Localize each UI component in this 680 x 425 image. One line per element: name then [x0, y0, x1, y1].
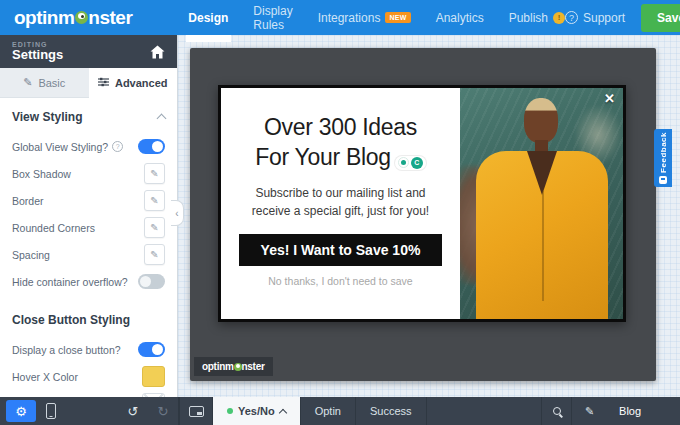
home-icon[interactable] [150, 45, 165, 59]
row-border: Border ✎ [0, 187, 177, 214]
sidebar-body: View Styling Global View Styling?? Box S… [0, 98, 177, 397]
display-close-button-toggle[interactable] [138, 342, 165, 357]
toolbar-empty-area [427, 397, 542, 425]
optinmonster-watermark: optinmnster [194, 357, 273, 376]
popup-preview[interactable]: Over 300 Ideas For Your BlogC Subscribe … [218, 85, 626, 322]
hide-overflow-toggle[interactable] [138, 274, 165, 289]
feedback-icon [659, 176, 667, 184]
popup-content: Over 300 Ideas For Your BlogC Subscribe … [221, 88, 460, 319]
help-icon[interactable]: ? [112, 141, 123, 152]
sidebar-title: Settings [12, 48, 63, 62]
preview-canvas: Over 300 Ideas For Your BlogC Subscribe … [178, 35, 680, 397]
nav-menu: Design Display Rules IntegrationsNEW Ana… [188, 4, 565, 32]
feedback-tab[interactable]: Feedback [654, 129, 672, 187]
nav-item-design[interactable]: Design [188, 11, 228, 25]
sidebar-tabs: ✎ Basic Advanced [0, 68, 177, 98]
pencil-icon: ✎ [23, 76, 32, 89]
question-icon: ? [565, 11, 578, 24]
active-view-dot [227, 408, 233, 414]
view-tab-success[interactable]: Success [356, 397, 427, 425]
row-hover-x-color: Hover X Color [0, 363, 177, 390]
popup-photo[interactable] [460, 88, 623, 319]
popup-close-icon[interactable]: ✕ [604, 91, 615, 106]
undo-button[interactable]: ↺ [118, 397, 148, 425]
publish-alert-badge: ! [553, 12, 565, 24]
row-global-view-styling: Global View Styling?? [0, 133, 177, 160]
nav-item-display-rules[interactable]: Display Rules [253, 4, 292, 32]
popup-body-text[interactable]: Subscribe to our mailing list and receiv… [252, 184, 429, 221]
row-box-shadow: Box Shadow ✎ [0, 160, 177, 187]
person-in-yellow-blazer [460, 88, 623, 319]
bottom-toolbar: ⚙ ↺ ↻ Yes/No Optin Success ✎ Blog [0, 397, 680, 425]
section-close-button-styling[interactable]: Close Button Styling [0, 301, 177, 336]
top-navbar: optinmnster Design Display Rules Integra… [0, 0, 680, 35]
hover-x-color-swatch[interactable] [142, 366, 165, 387]
phone-icon [46, 403, 56, 419]
chevron-up-icon [157, 114, 167, 124]
row-hide-overflow: Hide container overflow? [0, 268, 177, 295]
settings-sidebar: EDITING Settings ✎ Basic Advanced View S… [0, 35, 178, 397]
popup-dismiss-link[interactable]: No thanks, I don't need to save [268, 275, 412, 287]
views-icon [189, 406, 204, 417]
campaign-name-button[interactable]: ✎ Blog [572, 397, 680, 425]
logo-text-prefix: optinm [14, 7, 74, 29]
rounded-corners-edit-button[interactable]: ✎ [144, 217, 165, 238]
row-hover-bg-color: Hover Background Color [0, 390, 177, 397]
search-button[interactable] [542, 397, 572, 425]
monster-icon-small [234, 363, 242, 371]
popup-headline[interactable]: Over 300 Ideas For Your BlogC [255, 112, 425, 173]
bulb-icon [398, 157, 409, 168]
optinmonster-logo[interactable]: optinmnster [14, 7, 132, 29]
save-button[interactable]: Save [641, 4, 680, 32]
support-link[interactable]: ?Support [565, 11, 625, 25]
row-display-close-button: Display a close button? [0, 336, 177, 363]
monster-icon [75, 11, 88, 24]
spacing-edit-button[interactable]: ✎ [144, 244, 165, 265]
new-badge: NEW [385, 12, 410, 23]
view-tab-yesno[interactable]: Yes/No [213, 397, 301, 425]
sidebar-header: EDITING Settings [0, 35, 177, 68]
nav-right-group: ?Support Save ✕ [565, 4, 680, 32]
sidebar-collapse-handle[interactable]: ‹ [171, 200, 184, 226]
views-toggle-button[interactable] [179, 397, 213, 425]
sliders-icon [98, 77, 109, 89]
logo-text-suffix: nster [88, 7, 132, 29]
redo-button[interactable]: ↻ [148, 397, 178, 425]
global-view-styling-toggle[interactable] [138, 139, 165, 154]
view-tab-optin[interactable]: Optin [301, 397, 356, 425]
row-spacing: Spacing ✎ [0, 241, 177, 268]
campaign-name-label: Blog [594, 405, 666, 417]
popup-cta-button[interactable]: Yes! I Want to Save 10% [239, 234, 443, 266]
nav-item-integrations[interactable]: IntegrationsNEW [318, 11, 411, 25]
section-view-styling[interactable]: View Styling [0, 98, 177, 133]
box-shadow-edit-button[interactable]: ✎ [144, 163, 165, 184]
optinmonster-builder: optinmnster Design Display Rules Integra… [0, 0, 680, 425]
tab-basic[interactable]: ✎ Basic [0, 68, 89, 98]
settings-gear-button[interactable]: ⚙ [6, 400, 36, 422]
row-rounded-corners: Rounded Corners ✎ [0, 214, 177, 241]
extension-badge-icon: C [411, 157, 423, 169]
chevron-left-icon: ‹ [175, 208, 178, 219]
pencil-icon: ✎ [585, 405, 594, 418]
design-tab-indicator [186, 35, 231, 42]
nav-item-publish[interactable]: Publish! [509, 11, 565, 25]
extension-badges: C [395, 156, 426, 170]
nav-item-analytics[interactable]: Analytics [436, 11, 484, 25]
chevron-up-icon [278, 408, 286, 416]
border-edit-button[interactable]: ✎ [144, 190, 165, 211]
search-icon [553, 407, 561, 415]
mobile-preview-button[interactable] [36, 397, 66, 425]
popup-backdrop[interactable]: Over 300 Ideas For Your BlogC Subscribe … [190, 48, 656, 381]
tab-advanced[interactable]: Advanced [89, 68, 178, 98]
